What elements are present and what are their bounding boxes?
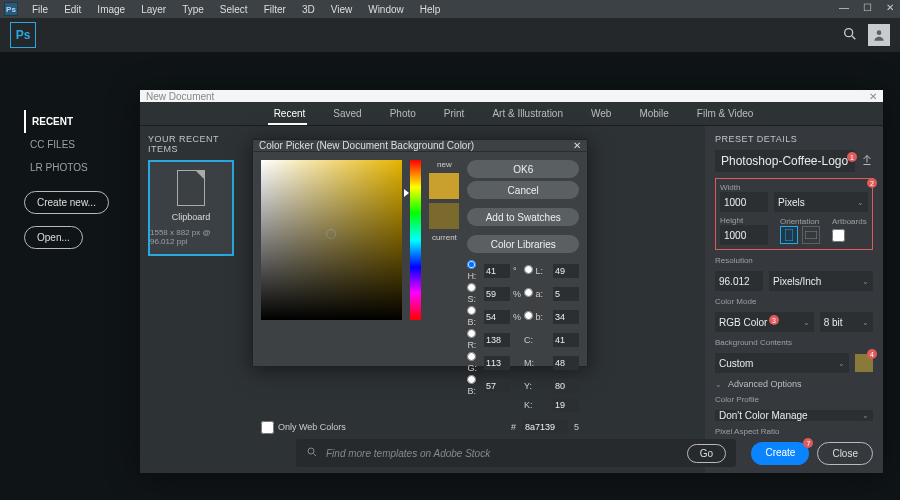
bg-select[interactable]: Custom⌄: [715, 353, 849, 373]
field-l[interactable]: [553, 264, 579, 278]
rail-lrphotos[interactable]: LR PHOTOS: [24, 156, 129, 179]
app-chrome: Ps: [0, 18, 900, 52]
current-label: current: [429, 233, 459, 242]
menu-window[interactable]: Window: [360, 2, 412, 17]
newdoc-close-icon[interactable]: ✕: [869, 91, 877, 102]
left-rail: RECENT CC FILES LR PHOTOS Create new... …: [24, 110, 129, 249]
color-fields: H:° L: S:% a: B:% b: R: C: G: M: B: Y: K…: [467, 260, 579, 412]
radio-bb[interactable]: [524, 311, 533, 320]
open-button[interactable]: Open...: [24, 226, 83, 249]
field-s[interactable]: [484, 287, 510, 301]
orientation-portrait[interactable]: [780, 226, 798, 244]
sv-field[interactable]: [261, 160, 402, 320]
only-web-checkbox[interactable]: Only Web Colors: [261, 421, 346, 434]
width-input[interactable]: [720, 192, 768, 212]
add-swatches-button[interactable]: Add to Swatches: [467, 208, 579, 226]
hue-slider[interactable]: [410, 160, 422, 320]
radio-l[interactable]: [524, 265, 533, 274]
field-bhsb[interactable]: [484, 310, 510, 324]
colormode-select[interactable]: RGB Color⌄ 3: [715, 312, 814, 332]
avatar[interactable]: [868, 24, 890, 46]
search-icon[interactable]: [842, 26, 858, 44]
tab-saved[interactable]: Saved: [331, 102, 363, 125]
tab-film[interactable]: Film & Video: [695, 102, 756, 125]
orientation-landscape[interactable]: [802, 226, 820, 244]
field-y[interactable]: [553, 379, 579, 393]
stock-prompt[interactable]: Find more templates on Adobe Stock: [326, 448, 679, 459]
field-g[interactable]: [484, 356, 510, 370]
resolution-input[interactable]: [715, 271, 763, 291]
radio-h[interactable]: [467, 260, 476, 269]
width-label: Width: [720, 183, 868, 192]
menu-help[interactable]: Help: [412, 2, 449, 17]
radio-a[interactable]: [524, 288, 533, 297]
menu-filter[interactable]: Filter: [256, 2, 294, 17]
hex-input[interactable]: [522, 420, 568, 434]
tab-print[interactable]: Print: [442, 102, 467, 125]
create-new-button[interactable]: Create new...: [24, 191, 109, 214]
svg-rect-5: [805, 231, 817, 239]
field-a[interactable]: [553, 287, 579, 301]
cancel-button[interactable]: Cancel: [467, 181, 579, 199]
go-button[interactable]: Go: [687, 444, 726, 463]
color-libraries-button[interactable]: Color Libraries: [467, 235, 579, 253]
tab-mobile[interactable]: Mobile: [637, 102, 670, 125]
minimize-button[interactable]: —: [839, 2, 849, 13]
color-preview: new current: [429, 160, 459, 412]
field-m[interactable]: [553, 356, 579, 370]
recent-item-clipboard[interactable]: Clipboard 1558 x 882 px @ 96.012 ppi: [148, 160, 234, 256]
create-button[interactable]: Create 7: [751, 442, 809, 465]
menu-view[interactable]: View: [323, 2, 361, 17]
annotation-1: 1: [847, 152, 857, 162]
preset-header: PRESET DETAILS: [715, 134, 873, 144]
preset-title-field[interactable]: Photoshop-Coffee-Logo: [715, 150, 855, 172]
radio-bch[interactable]: [467, 375, 476, 384]
maximize-button[interactable]: ☐: [863, 2, 872, 13]
field-k[interactable]: [553, 398, 579, 412]
menu-select[interactable]: Select: [212, 2, 256, 17]
rail-ccfiles[interactable]: CC FILES: [24, 133, 129, 156]
svg-line-1: [852, 36, 855, 39]
field-brgb[interactable]: [484, 379, 510, 393]
radio-g[interactable]: [467, 352, 476, 361]
newdoc-tabs: Recent Saved Photo Print Art & Illustrat…: [140, 102, 883, 126]
bitdepth-select[interactable]: 8 bit⌄: [820, 312, 873, 332]
tab-web[interactable]: Web: [589, 102, 613, 125]
height-input[interactable]: [720, 225, 768, 245]
colorpicker-close-icon[interactable]: ✕: [573, 140, 581, 151]
radio-b[interactable]: [467, 306, 476, 315]
aspect-label: Pixel Aspect Ratio: [715, 427, 873, 436]
tab-photo[interactable]: Photo: [388, 102, 418, 125]
menu-layer[interactable]: Layer: [133, 2, 174, 17]
close-dialog-button[interactable]: Close: [817, 442, 873, 465]
ok-button[interactable]: OK 6: [467, 160, 579, 178]
menu-edit[interactable]: Edit: [56, 2, 89, 17]
ps-logo: Ps: [10, 22, 36, 48]
menu-3d[interactable]: 3D: [294, 2, 323, 17]
width-unit-select[interactable]: Pixels⌄: [774, 192, 868, 212]
tab-recent-label: Recent: [274, 108, 306, 119]
annotation-7: 7: [803, 438, 813, 448]
tab-art[interactable]: Art & Illustration: [490, 102, 565, 125]
colorpicker-titlebar: Color Picker (New Document Background Co…: [253, 140, 587, 152]
field-c[interactable]: [553, 333, 579, 347]
profile-select[interactable]: Don't Color Manage⌄: [715, 410, 873, 421]
field-blab[interactable]: [553, 310, 579, 324]
chevron-down-icon: ⌄: [857, 198, 864, 207]
menu-type[interactable]: Type: [174, 2, 212, 17]
radio-s[interactable]: [467, 283, 476, 292]
artboards-checkbox[interactable]: [832, 229, 845, 242]
resolution-unit-select[interactable]: Pixels/Inch⌄: [769, 271, 873, 291]
stock-search-bar: Find more templates on Adobe Stock Go: [296, 439, 736, 467]
newdoc-titlebar: New Document ✕: [140, 90, 883, 102]
close-button[interactable]: ✕: [886, 2, 894, 13]
menu-image[interactable]: Image: [89, 2, 133, 17]
save-preset-icon[interactable]: [861, 154, 873, 168]
menu-file[interactable]: File: [24, 2, 56, 17]
rail-recent[interactable]: RECENT: [24, 110, 129, 133]
radio-r[interactable]: [467, 329, 476, 338]
field-r[interactable]: [484, 333, 510, 347]
advanced-toggle[interactable]: ⌄ Advanced Options: [715, 379, 873, 389]
field-h[interactable]: [484, 264, 510, 278]
tab-recent[interactable]: Recent: [268, 102, 308, 125]
